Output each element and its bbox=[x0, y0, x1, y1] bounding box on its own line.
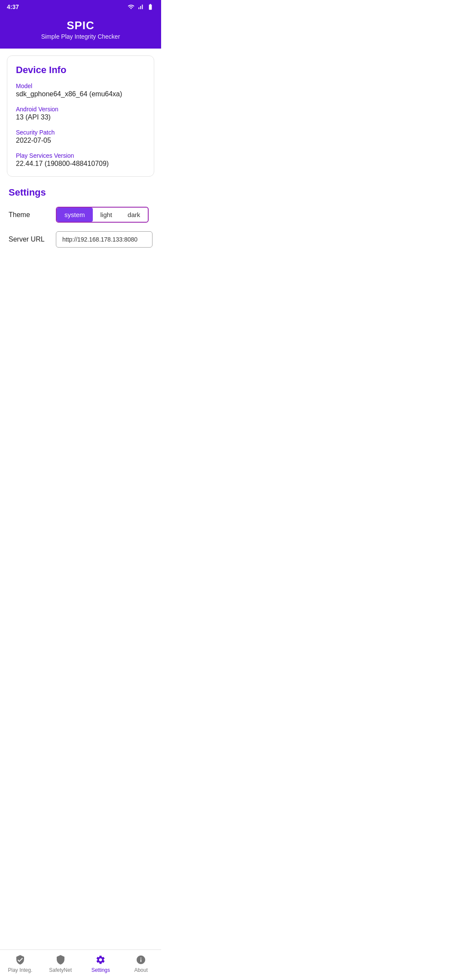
wifi-icon bbox=[128, 3, 134, 10]
app-subtitle: Simple Play Integrity Checker bbox=[7, 33, 154, 40]
nav-safetynet[interactable]: SafetyNet bbox=[40, 954, 81, 973]
security-patch-label: Security Patch bbox=[16, 129, 145, 136]
theme-toggle: system light dark bbox=[56, 207, 149, 223]
nav-about[interactable]: About bbox=[121, 954, 161, 973]
device-info-card: Device Info Model sdk_gphone64_x86_64 (e… bbox=[7, 55, 154, 177]
status-bar: 4:37 bbox=[0, 0, 161, 14]
main-content: Device Info Model sdk_gphone64_x86_64 (e… bbox=[0, 49, 161, 297]
android-version-label: Android Version bbox=[16, 106, 145, 113]
app-header: SPIC Simple Play Integrity Checker bbox=[0, 14, 161, 49]
device-info-title: Device Info bbox=[16, 64, 145, 76]
model-field: Model sdk_gphone64_x86_64 (emu64xa) bbox=[16, 83, 145, 98]
theme-label: Theme bbox=[9, 211, 56, 219]
server-url-input[interactable] bbox=[56, 231, 153, 248]
play-integrity-icon bbox=[15, 954, 26, 965]
bottom-spacer bbox=[7, 256, 154, 291]
play-services-value: 22.44.17 (190800-488410709) bbox=[16, 160, 145, 168]
model-label: Model bbox=[16, 83, 145, 89]
server-url-label: Server URL bbox=[9, 236, 56, 243]
play-services-label: Play Services Version bbox=[16, 152, 145, 159]
theme-row: Theme system light dark bbox=[9, 207, 153, 223]
play-services-field: Play Services Version 22.44.17 (190800-4… bbox=[16, 152, 145, 168]
theme-light-button[interactable]: light bbox=[93, 208, 120, 222]
settings-icon bbox=[95, 954, 106, 965]
nav-safetynet-label: SafetyNet bbox=[49, 967, 72, 973]
bottom-navigation: Play Integ. SafetyNet Settings About bbox=[0, 949, 161, 980]
security-patch-field: Security Patch 2022-07-05 bbox=[16, 129, 145, 144]
security-patch-value: 2022-07-05 bbox=[16, 137, 145, 144]
status-time: 4:37 bbox=[7, 3, 19, 10]
status-icons bbox=[128, 3, 154, 10]
theme-system-button[interactable]: system bbox=[57, 208, 93, 222]
signal-icon bbox=[137, 3, 144, 10]
nav-settings[interactable]: Settings bbox=[81, 954, 121, 973]
app-title: SPIC bbox=[7, 19, 154, 32]
settings-section: Settings Theme system light dark Server … bbox=[7, 187, 154, 248]
battery-icon bbox=[147, 3, 154, 10]
android-version-value: 13 (API 33) bbox=[16, 113, 145, 121]
about-icon bbox=[135, 954, 147, 965]
nav-play-integrity-label: Play Integ. bbox=[8, 967, 33, 973]
server-url-row: Server URL bbox=[9, 231, 153, 248]
safetynet-icon bbox=[55, 954, 66, 965]
nav-play-integrity[interactable]: Play Integ. bbox=[0, 954, 40, 973]
settings-title: Settings bbox=[9, 187, 153, 198]
nav-about-label: About bbox=[134, 967, 147, 973]
theme-dark-button[interactable]: dark bbox=[120, 208, 148, 222]
android-version-field: Android Version 13 (API 33) bbox=[16, 106, 145, 121]
model-value: sdk_gphone64_x86_64 (emu64xa) bbox=[16, 90, 145, 98]
nav-settings-label: Settings bbox=[92, 967, 110, 973]
